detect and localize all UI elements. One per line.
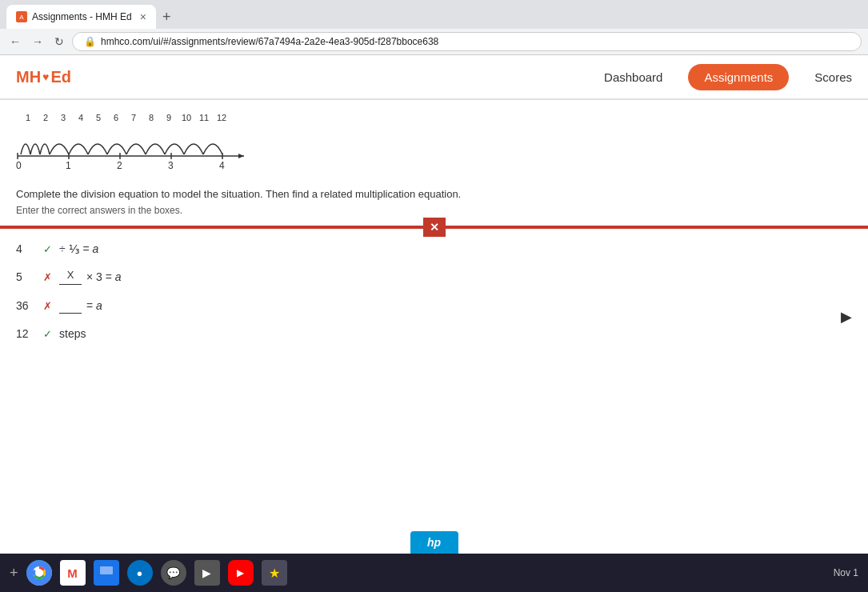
nl-label-2: 2	[37, 113, 54, 122]
taskbar-youtube-icon[interactable]: ▶	[228, 560, 254, 586]
close-x-button[interactable]: ✕	[423, 218, 446, 237]
taskbar-chrome-icon[interactable]	[26, 560, 52, 586]
taskbar-gmail-icon[interactable]: M	[60, 560, 86, 586]
cursor-arrow: ▶	[841, 308, 852, 326]
answer-2-status-x-icon: ✗	[40, 270, 54, 284]
tab-favicon: A	[16, 11, 27, 22]
taskbar-add-button[interactable]: +	[10, 565, 18, 582]
logo-heart-icon: ♥	[42, 70, 49, 83]
instructions-sub: Enter the correct answers in the boxes.	[16, 205, 852, 216]
nl-label-1: 1	[19, 113, 37, 122]
hp-logo: hp	[410, 531, 458, 554]
tab-close-button[interactable]: ×	[140, 10, 146, 23]
svg-rect-16	[100, 566, 113, 574]
nav-dashboard[interactable]: Dashboard	[604, 66, 662, 89]
taskbar-misc-icon[interactable]: ★	[262, 560, 287, 586]
nl-label-6: 6	[107, 113, 125, 122]
taskbar-date: Nov 1	[834, 567, 858, 578]
new-tab-button[interactable]: +	[156, 9, 178, 26]
answer-3-number: 36	[16, 299, 35, 312]
taskbar-meet-icon[interactable]: ●	[127, 560, 153, 586]
nl-label-11: 11	[195, 113, 213, 122]
main-content: 1 2 3 4 5 6 7 8 9 10 11 12	[0, 100, 868, 366]
svg-point-14	[35, 569, 43, 577]
logo-ed: Ed	[50, 68, 71, 86]
answer-1-equation: ÷ ⅓ = a	[59, 242, 98, 255]
browser-chrome: A Assignments - HMH Ed × + ← → ↻ 🔒 hmhco…	[0, 0, 868, 55]
number-line-svg: 0 1 2 3 4	[16, 124, 272, 172]
svg-marker-1	[238, 154, 244, 158]
nl-label-4: 4	[72, 113, 90, 122]
nl-label-10: 10	[178, 113, 195, 122]
app-logo: MH ♥ Ed	[16, 68, 71, 86]
logo-mh: MH	[16, 68, 41, 86]
answer-row-2: 5 ✗ X × 3 = a	[16, 269, 852, 285]
app-header: MH ♥ Ed Dashboard Assignments Scores	[0, 55, 868, 100]
main-nav: Dashboard Assignments Scores	[604, 64, 852, 90]
nl-label-7: 7	[125, 113, 142, 122]
svg-text:3: 3	[168, 160, 174, 171]
forward-button[interactable]: →	[29, 32, 46, 51]
address-bar-row: ← → ↻ 🔒 hmhco.com/ui/#/assignments/revie…	[0, 29, 868, 54]
answer-4-label: steps	[59, 327, 86, 340]
number-labels: 1 2 3 4 5 6 7 8 9 10 11 12	[16, 113, 852, 122]
tab-bar: A Assignments - HMH Ed × +	[0, 0, 868, 29]
back-button[interactable]: ←	[6, 32, 24, 51]
taskbar-drive-icon[interactable]	[94, 560, 119, 586]
red-separator: ✕	[0, 226, 868, 229]
svg-text:1: 1	[66, 160, 71, 171]
instructions-main: Complete the division equation to model …	[16, 188, 852, 200]
lock-icon: 🔒	[84, 36, 96, 47]
address-bar[interactable]: 🔒 hmhco.com/ui/#/assignments/review/67a7…	[72, 32, 862, 51]
answer-row-3: 36 ✗ = a	[16, 298, 852, 314]
reload-button[interactable]: ↻	[51, 32, 67, 51]
answer-3-status-x-icon: ✗	[40, 298, 54, 313]
answer-section: 4 ✓ ÷ ⅓ = a 5 ✗ X × 3 = a 36 ✗ = a 12 ✓ …	[16, 242, 852, 341]
nav-assignments[interactable]: Assignments	[688, 64, 789, 90]
answer-1-status-check-icon: ✓	[40, 242, 54, 256]
answer-row-4: 12 ✓ steps	[16, 326, 852, 341]
nav-scores[interactable]: Scores	[814, 66, 852, 89]
answer-4-number: 12	[16, 327, 35, 340]
nl-label-12: 12	[213, 113, 230, 122]
answer-3-equation: = a	[86, 299, 102, 312]
active-tab[interactable]: A Assignments - HMH Ed ×	[6, 5, 156, 29]
answer-2-input-box[interactable]: X	[59, 269, 82, 285]
answer-3-input-box[interactable]	[59, 298, 82, 314]
answer-4-status-check-icon: ✓	[40, 326, 54, 341]
answer-row-1: 4 ✓ ÷ ⅓ = a	[16, 242, 852, 256]
svg-text:2: 2	[117, 160, 122, 171]
answer-1-number: 4	[16, 242, 35, 255]
tab-title: Assignments - HMH Ed	[32, 11, 132, 22]
answer-2-equation: × 3 = a	[86, 270, 122, 283]
nl-label-9: 9	[160, 113, 178, 122]
taskbar: + M ● 💬 ▶ ▶ ★ Nov 1	[0, 554, 868, 592]
svg-text:0: 0	[16, 160, 22, 171]
taskbar-media-icon[interactable]: ▶	[194, 560, 220, 586]
svg-text:4: 4	[219, 160, 225, 171]
nl-label-8: 8	[142, 113, 160, 122]
taskbar-messages-icon[interactable]: 💬	[161, 560, 186, 586]
url-text: hmhco.com/ui/#/assignments/review/67a749…	[101, 36, 438, 47]
answer-2-number: 5	[16, 270, 35, 283]
nl-label-3: 3	[54, 113, 72, 122]
number-line-section: 1 2 3 4 5 6 7 8 9 10 11 12	[16, 113, 852, 175]
nl-label-5: 5	[90, 113, 107, 122]
